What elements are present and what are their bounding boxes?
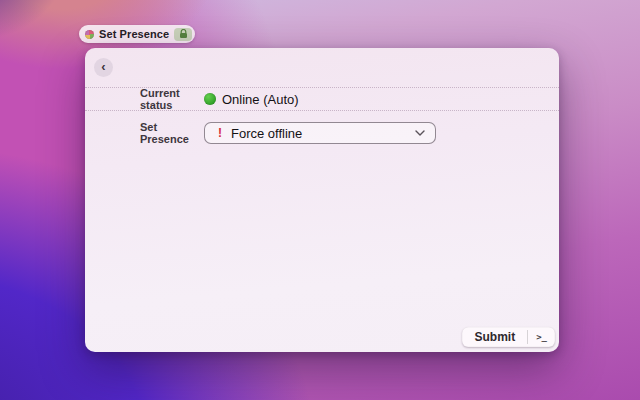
back-button[interactable]: ‹ [94, 58, 113, 77]
set-presence-row: Set Presence ! Force offline [85, 121, 559, 145]
current-status-row: Current status Online (Auto) [85, 88, 559, 110]
app-icon [85, 30, 94, 39]
chevron-left-icon: ‹ [101, 60, 105, 73]
script-tab[interactable]: Set Presence [79, 25, 195, 43]
set-presence-window: ‹ Current status Online (Auto) Set Prese… [85, 48, 559, 352]
terminal-button[interactable]: >_ [528, 327, 555, 347]
window-toolbar: ‹ [85, 48, 559, 87]
current-status-text: Online (Auto) [222, 92, 299, 107]
set-presence-label: Set Presence [140, 121, 204, 145]
current-status-label: Current status [140, 87, 204, 111]
chevron-down-icon [415, 130, 425, 136]
submit-button-group: Submit >_ [462, 327, 555, 347]
lock-badge [174, 28, 192, 41]
script-tab-title: Set Presence [99, 28, 169, 40]
online-status-icon [204, 93, 216, 105]
lock-icon [179, 29, 188, 39]
submit-button[interactable]: Submit [462, 327, 527, 347]
terminal-prompt-icon: >_ [536, 332, 547, 342]
window-footer: Submit >_ [462, 327, 555, 347]
presence-selected-option: Force offline [231, 126, 415, 141]
current-status-value: Online (Auto) [204, 92, 299, 107]
desktop: { "tab": { "title": "Set Presence" }, "t… [0, 0, 640, 400]
presence-select[interactable]: ! Force offline [204, 122, 436, 144]
warning-icon: ! [218, 127, 222, 139]
